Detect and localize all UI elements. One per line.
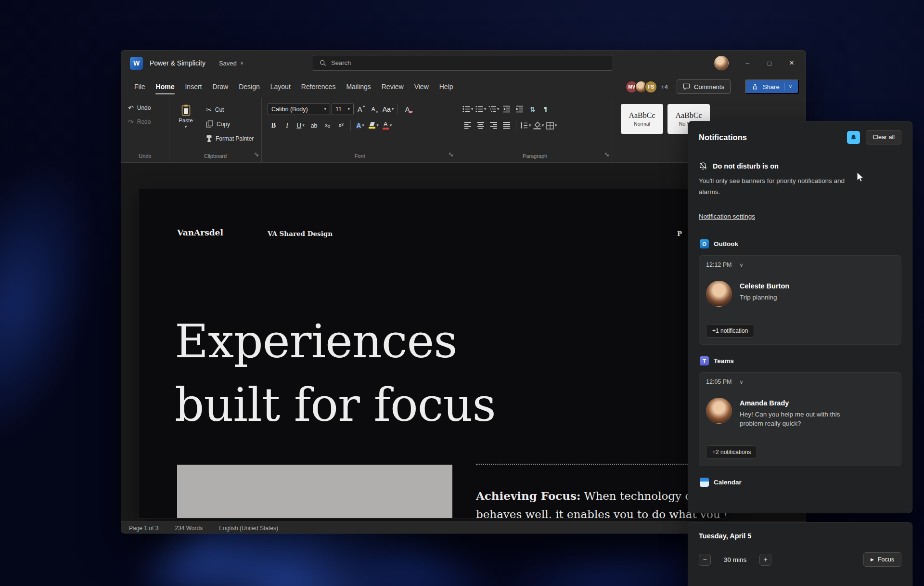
numbering-button[interactable]: ▾: [475, 103, 487, 115]
font-name-combo[interactable]: Calibri (Body) ▾: [268, 103, 330, 115]
subscript-letters: x₂: [325, 122, 330, 129]
outlook-group-header[interactable]: O Outlook: [700, 239, 900, 248]
tab-view[interactable]: View: [409, 76, 434, 98]
language-indicator[interactable]: English (United States): [219, 525, 278, 532]
clipboard-dialog-launcher[interactable]: [254, 151, 259, 158]
increase-indent-button[interactable]: [514, 103, 526, 115]
page-indicator[interactable]: Page 1 of 3: [129, 525, 158, 532]
borders-button[interactable]: ▾: [546, 119, 557, 131]
grow-font-button[interactable]: A ▴: [355, 103, 367, 115]
tab-review[interactable]: Review: [376, 76, 409, 98]
share-label: Share: [763, 83, 780, 91]
superscript-button[interactable]: x²: [335, 119, 347, 131]
justify-button[interactable]: [501, 119, 513, 131]
copy-button[interactable]: Copy: [203, 119, 257, 129]
tab-file[interactable]: File: [129, 76, 151, 98]
tab-mailings[interactable]: Mailings: [341, 76, 376, 98]
minimize-button[interactable]: –: [736, 51, 758, 76]
font-dialog-launcher[interactable]: [449, 151, 453, 158]
clear-formatting-button[interactable]: A: [401, 103, 413, 115]
expand-chevron-icon[interactable]: ∨: [740, 262, 744, 268]
align-right-button[interactable]: [488, 119, 500, 131]
style-normal[interactable]: AaBbCc Normal: [621, 104, 663, 134]
multilevel-list-button[interactable]: ▾: [488, 103, 500, 115]
increase-duration-button[interactable]: +: [759, 554, 771, 566]
align-center-button[interactable]: [475, 119, 487, 131]
do-not-disturb-toggle[interactable]: [847, 131, 860, 144]
strikethrough-button[interactable]: ab: [308, 119, 320, 131]
subscript-button[interactable]: x₂: [321, 119, 334, 131]
calendar-group-header[interactable]: Calendar: [700, 478, 900, 487]
bell-off-icon: [699, 162, 707, 170]
tab-home[interactable]: Home: [151, 76, 180, 98]
word-count[interactable]: 234 Words: [175, 525, 203, 532]
tab-design[interactable]: Design: [233, 76, 265, 98]
text-effects-button[interactable]: A ▾: [354, 119, 366, 131]
dialog-launcher-icon: [449, 152, 453, 157]
dropdown-icon: ▾: [324, 107, 326, 111]
underline-button[interactable]: U ▾: [295, 119, 307, 131]
comments-button[interactable]: Comments: [677, 79, 731, 94]
ribbon-tab-bar: File Home Insert Draw Design Layout Refe…: [121, 76, 806, 98]
notification-settings-link[interactable]: Notification settings: [699, 213, 755, 220]
notification-message: Trip planning: [740, 293, 789, 302]
save-status-dropdown[interactable]: Saved ∨: [219, 60, 244, 67]
tab-references[interactable]: References: [296, 76, 341, 98]
font-group: Calibri (Body) ▾ 11 ▾ A ▴ A: [262, 98, 456, 162]
style-name: Normal: [634, 121, 650, 127]
search-box[interactable]: [312, 55, 613, 71]
undo-button[interactable]: ↶ Undo: [125, 103, 165, 113]
teams-group-header[interactable]: T Teams: [700, 356, 900, 365]
tab-insert[interactable]: Insert: [180, 76, 207, 98]
more-notifications-chip[interactable]: +2 notifications: [706, 445, 757, 459]
align-left-button[interactable]: [462, 119, 474, 131]
bold-button[interactable]: B: [268, 119, 280, 131]
image-placeholder[interactable]: [177, 465, 452, 518]
font-size-combo[interactable]: 11 ▾: [332, 103, 354, 115]
shrink-font-letter: A: [372, 106, 375, 112]
presence-overflow-count[interactable]: +4: [661, 83, 668, 91]
font-name-value: Calibri (Body): [271, 106, 308, 113]
tab-layout[interactable]: Layout: [265, 76, 296, 98]
tab-draw[interactable]: Draw: [207, 76, 233, 98]
shading-button[interactable]: ▾: [533, 119, 544, 131]
undo-label: Undo: [137, 104, 151, 111]
outlook-notification-card[interactable]: 12:12 PM ∨ Celeste Burton Trip planning …: [699, 255, 901, 345]
bullets-button[interactable]: ▾: [462, 103, 474, 115]
account-avatar[interactable]: [714, 56, 729, 70]
highlight-button[interactable]: ▾: [368, 119, 380, 131]
start-focus-button[interactable]: ▶ Focus: [863, 552, 901, 567]
search-icon: [320, 60, 326, 66]
dropdown-icon: ▾: [392, 107, 394, 111]
paste-button[interactable]: Paste ▾: [173, 103, 198, 144]
maximize-button[interactable]: □: [758, 51, 781, 76]
align-left-icon: [464, 122, 472, 129]
italic-button[interactable]: I: [281, 119, 293, 131]
search-input[interactable]: [331, 59, 605, 66]
clear-all-button[interactable]: Clear all: [866, 130, 901, 144]
redo-button[interactable]: ↷ Redo: [125, 117, 165, 127]
line-spacing-button[interactable]: ▾: [520, 119, 531, 131]
change-case-letter: Aa: [383, 106, 391, 113]
more-notifications-chip[interactable]: +1 notification: [706, 324, 754, 338]
play-icon: ▶: [871, 558, 874, 562]
decrease-duration-button[interactable]: −: [699, 554, 711, 566]
cut-button[interactable]: ✂ Cut: [203, 105, 257, 115]
teams-notification-card[interactable]: 12:05 PM ∨ Amanda Brady Hey! Can you hel…: [699, 372, 901, 466]
shrink-font-button[interactable]: A ▾: [369, 103, 381, 115]
font-color-button[interactable]: A ▾: [381, 119, 393, 131]
decrease-indent-button[interactable]: [501, 103, 513, 115]
font-color-icon: A: [383, 121, 389, 130]
close-button[interactable]: ×: [781, 51, 803, 76]
expand-chevron-icon[interactable]: ∨: [740, 379, 744, 385]
paragraph-dialog-launcher[interactable]: [604, 151, 609, 158]
redo-icon: ↷: [128, 118, 134, 125]
share-button[interactable]: Share ∨: [745, 79, 799, 94]
document-page[interactable]: VanArsdel VA Shared Design P Experiences…: [139, 189, 726, 518]
tab-help[interactable]: Help: [434, 76, 459, 98]
sort-button[interactable]: ⇅: [527, 103, 539, 115]
format-painter-button[interactable]: Format Painter: [203, 133, 257, 144]
change-case-button[interactable]: Aa ▾: [382, 103, 394, 115]
show-formatting-button[interactable]: ¶: [540, 103, 552, 115]
presence-avatar-fs[interactable]: FS: [644, 80, 657, 93]
